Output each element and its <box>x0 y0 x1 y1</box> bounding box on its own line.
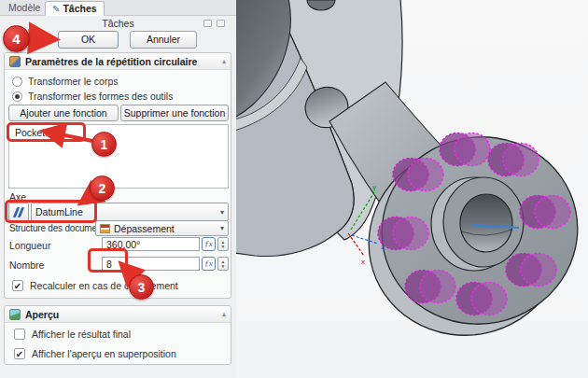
panel-tabbar: Modèle ✎Tâches <box>0 0 236 16</box>
float-icon[interactable] <box>203 20 212 27</box>
mode-label: Structure des documents <box>9 223 109 233</box>
section-params-title: Paramètres de la répétition circulaire <box>25 56 197 67</box>
polar-pattern-icon <box>9 56 21 67</box>
axis-value: DatumLine <box>35 206 83 217</box>
axis-label: Axe <box>9 191 26 203</box>
count-label: Nombre <box>9 259 44 271</box>
panel-title: Tâches <box>0 18 236 29</box>
pattern-hole-preview <box>393 159 443 191</box>
panel-window-controls <box>203 20 225 27</box>
maximize-icon[interactable] <box>217 20 225 27</box>
add-feature-button[interactable]: Ajouter une fonction <box>8 105 119 121</box>
cancel-button[interactable]: Annuler <box>130 31 197 49</box>
feature-list: Pocket003 <box>8 124 229 189</box>
section-preview-title: Aperçu <box>25 309 59 320</box>
datum-line-button[interactable] <box>8 203 29 221</box>
collapse-icon[interactable]: ▴ <box>222 310 226 318</box>
checkbox-show-final-label: Afficher le résultat final <box>32 329 131 340</box>
ok-button[interactable]: OK <box>58 31 119 49</box>
x-axis-label: x <box>361 258 365 266</box>
count-input[interactable]: 8 <box>102 257 200 271</box>
pattern-hole-preview <box>488 144 539 176</box>
radio-circle-selected <box>12 91 22 102</box>
checkbox-recompute-label: Recalculer en cas de changement <box>30 280 178 291</box>
preview-icon <box>9 309 21 320</box>
radio-transform-tools-label: Transformer les formes des outils <box>28 91 173 102</box>
section-params-header[interactable]: Paramètres de la répétition circulaire ▴ <box>5 53 231 70</box>
overhang-icon <box>100 224 110 233</box>
tab-model-label: Modèle <box>8 2 40 13</box>
length-label: Longueur <box>9 240 50 251</box>
checkbox-checked-icon: ✔ <box>12 280 23 291</box>
tab-tasks-label: Tâches <box>63 3 96 14</box>
spin-down-icon: ▾ <box>222 264 225 269</box>
list-item-pocket003[interactable]: Pocket003 <box>9 125 228 140</box>
pattern-hole-preview <box>456 283 507 315</box>
chevron-down-icon: ▾ <box>220 224 224 232</box>
disc-center-bore <box>460 194 512 252</box>
pencil-icon: ✎ <box>52 4 60 14</box>
checkbox-recompute[interactable]: ✔ Recalculer en cas de changement <box>12 280 178 291</box>
radio-circle <box>12 77 22 87</box>
checkbox-show-overlay[interactable]: ✔ Afficher l'aperçu en superposition <box>14 348 176 359</box>
z-axis-label: z <box>381 243 385 251</box>
tab-tasks[interactable]: ✎Tâches <box>45 1 105 16</box>
checkbox-show-overlay-label: Afficher l'aperçu en superposition <box>32 348 176 359</box>
checkbox-show-final[interactable]: Afficher le résultat final <box>14 329 131 340</box>
count-spinner[interactable]: ▴ ▾ <box>217 257 229 271</box>
section-preview-header[interactable]: Aperçu ▴ <box>5 306 231 323</box>
chevron-down-icon: ▾ <box>220 208 224 217</box>
spin-down-icon: ▾ <box>222 245 225 249</box>
checkbox-unchecked-icon <box>14 329 25 340</box>
collapse-icon[interactable]: ▴ <box>222 57 226 65</box>
axis-combobox[interactable]: DatumLine ▾ <box>31 203 229 221</box>
pattern-hole-preview <box>405 271 455 303</box>
section-preview: Aperçu ▴ Afficher le résultat final ✔ Af… <box>4 305 231 365</box>
pattern-hole-preview <box>520 196 570 229</box>
mode-value: Dépassement <box>114 223 175 234</box>
pattern-hole-preview <box>440 133 490 166</box>
freecad-window: Modèle ✎Tâches Tâches OK Annuler Paramèt… <box>0 0 588 378</box>
radio-transform-body[interactable]: Transformer le corps <box>12 76 118 87</box>
length-input[interactable]: 360,00° <box>102 237 200 251</box>
length-spinner[interactable]: ▴ ▾ <box>217 237 229 251</box>
mode-combobox[interactable]: Dépassement ▾ <box>95 220 229 236</box>
radio-transform-tools[interactable]: Transformer les formes des outils <box>12 91 173 102</box>
pattern-hole-preview <box>506 254 556 287</box>
3d-viewport[interactable]: y x z <box>236 0 588 378</box>
radio-transform-body-label: Transformer le corps <box>28 76 118 87</box>
expression-icon[interactable]: ƒx <box>202 257 216 271</box>
checkbox-checked-icon: ✔ <box>14 348 25 359</box>
pattern-hole-preview <box>378 217 428 250</box>
y-axis-label: y <box>372 183 376 191</box>
task-panel: Modèle ✎Tâches Tâches OK Annuler Paramèt… <box>0 0 236 378</box>
section-circular-pattern-parameters: Paramètres de la répétition circulaire ▴… <box>4 52 231 299</box>
remove-feature-button[interactable]: Supprimer une fonction <box>120 105 229 121</box>
tab-model[interactable]: Modèle <box>2 1 47 16</box>
expression-icon[interactable]: ƒx <box>202 237 216 251</box>
